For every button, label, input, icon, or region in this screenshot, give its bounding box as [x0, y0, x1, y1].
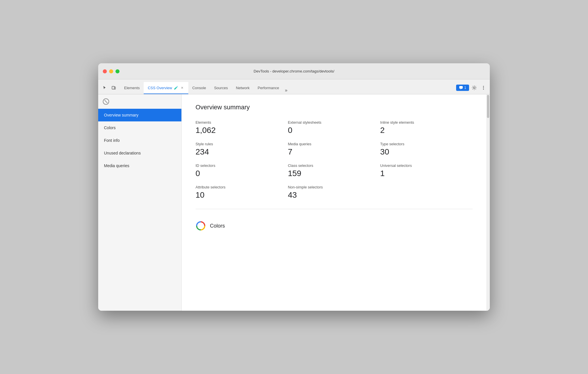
stat-type-selectors: Type selectors 30 [380, 142, 473, 157]
svg-point-4 [483, 86, 484, 87]
tab-sources[interactable]: Sources [210, 82, 232, 94]
stat-inline-style-elements: Inline style elements 2 [380, 120, 473, 135]
divider [196, 209, 473, 209]
tab-bar: Elements CSS Overview 🧪 ✕ Console Source… [98, 79, 490, 94]
tab-bar-right: 1 [456, 84, 488, 94]
stat-media-queries: Media queries 7 [288, 142, 380, 157]
stat-class-selectors: Class selectors 159 [288, 163, 380, 178]
svg-rect-0 [112, 86, 114, 89]
colors-section: Colors [196, 216, 473, 236]
svg-rect-2 [459, 86, 463, 89]
no-capture-icon [103, 98, 109, 105]
tab-css-overview-label: CSS Overview [148, 86, 172, 90]
more-options-icon[interactable] [479, 84, 488, 92]
sidebar-item-font-info-label: Font info [104, 138, 120, 143]
tab-network-label: Network [236, 86, 250, 90]
sidebar-header [98, 94, 181, 109]
minimize-button[interactable] [109, 69, 113, 73]
main-inner: Overview summary Elements 1,062 External… [182, 94, 490, 245]
stat-id-selectors-label: ID selectors [196, 163, 288, 168]
tab-close-icon[interactable]: ✕ [180, 86, 184, 90]
stat-style-rules: Style rules 234 [196, 142, 288, 157]
experiment-icon: 🧪 [174, 86, 178, 90]
stat-style-rules-label: Style rules [196, 142, 288, 146]
sidebar-item-overview-summary-label: Overview summary [104, 113, 139, 117]
stat-non-simple-selectors-value: 43 [288, 190, 380, 200]
stat-class-selectors-label: Class selectors [288, 163, 380, 168]
stat-media-queries-label: Media queries [288, 142, 380, 146]
stat-elements-value: 1,062 [196, 126, 288, 135]
sidebar-item-font-info[interactable]: Font info [98, 134, 181, 147]
stat-external-stylesheets-value: 0 [288, 126, 380, 135]
tab-console[interactable]: Console [188, 82, 210, 94]
tab-elements-label: Elements [124, 86, 140, 90]
stat-inline-style-elements-value: 2 [380, 126, 473, 135]
stat-media-queries-value: 7 [288, 147, 380, 157]
cursor-icon[interactable] [100, 84, 109, 92]
stat-external-stylesheets-label: External stylesheets [288, 120, 380, 125]
stat-class-selectors-value: 159 [288, 169, 380, 178]
stat-style-rules-value: 234 [196, 147, 288, 157]
main-content: Overview summary Elements 1,062 External… [182, 94, 490, 311]
stat-type-selectors-value: 30 [380, 147, 473, 157]
stat-universal-selectors-value: 1 [380, 169, 473, 178]
sidebar: Overview summary Colors Font info Unused… [98, 94, 182, 311]
stat-inline-style-elements-label: Inline style elements [380, 120, 473, 125]
chat-button[interactable]: 1 [456, 85, 469, 91]
stat-elements-label: Elements [196, 120, 288, 125]
svg-point-3 [473, 87, 475, 89]
stat-non-simple-selectors: Non-simple selectors 43 [288, 185, 380, 200]
tab-elements[interactable]: Elements [120, 82, 144, 94]
scrollbar-track[interactable] [486, 94, 490, 311]
svg-point-6 [483, 89, 484, 90]
devtools-window: DevTools - developer.chrome.com/tags/dev… [98, 63, 490, 311]
tab-performance[interactable]: Performance [254, 82, 283, 94]
tab-sources-label: Sources [214, 86, 228, 90]
stat-id-selectors-value: 0 [196, 169, 288, 178]
colors-ring-icon [196, 221, 206, 231]
sidebar-item-unused-declarations[interactable]: Unused declarations [98, 147, 181, 159]
stat-universal-selectors: Universal selectors 1 [380, 163, 473, 178]
more-tabs-button[interactable]: » [283, 87, 289, 94]
sidebar-item-media-queries-label: Media queries [104, 163, 129, 168]
tab-css-overview[interactable]: CSS Overview 🧪 ✕ [144, 82, 188, 94]
svg-point-5 [483, 87, 484, 88]
page-title: Overview summary [196, 104, 473, 111]
sidebar-nav: Overview summary Colors Font info Unused… [98, 109, 181, 311]
sidebar-item-unused-declarations-label: Unused declarations [104, 151, 141, 155]
colors-section-label: Colors [210, 223, 225, 229]
stat-non-simple-selectors-label: Non-simple selectors [288, 185, 380, 189]
window-title: DevTools - developer.chrome.com/tags/dev… [254, 69, 334, 73]
title-bar: DevTools - developer.chrome.com/tags/dev… [98, 63, 490, 79]
traffic-lights [103, 69, 120, 73]
tab-network[interactable]: Network [232, 82, 254, 94]
stat-elements: Elements 1,062 [196, 120, 288, 135]
sidebar-item-colors[interactable]: Colors [98, 121, 181, 134]
sidebar-item-colors-label: Colors [104, 125, 115, 130]
tab-performance-label: Performance [258, 86, 279, 90]
sidebar-item-overview-summary[interactable]: Overview summary [98, 109, 181, 121]
stat-id-selectors: ID selectors 0 [196, 163, 288, 178]
stat-universal-selectors-label: Universal selectors [380, 163, 473, 168]
fullscreen-button[interactable] [115, 69, 120, 73]
device-toggle-icon[interactable] [110, 84, 118, 92]
stat-placeholder [380, 185, 473, 200]
stat-external-stylesheets: External stylesheets 0 [288, 120, 380, 135]
scrollbar-thumb[interactable] [487, 95, 489, 118]
stat-attribute-selectors-value: 10 [196, 190, 288, 200]
tab-console-label: Console [192, 86, 206, 90]
tab-bar-controls [100, 84, 118, 94]
close-button[interactable] [103, 69, 107, 73]
stat-type-selectors-label: Type selectors [380, 142, 473, 146]
stats-grid: Elements 1,062 External stylesheets 0 In… [196, 120, 473, 200]
settings-icon[interactable] [470, 84, 478, 92]
sidebar-item-media-queries[interactable]: Media queries [98, 159, 181, 172]
svg-rect-1 [114, 87, 115, 89]
stat-attribute-selectors-label: Attribute selectors [196, 185, 288, 189]
chat-count: 1 [464, 86, 466, 90]
stat-attribute-selectors: Attribute selectors 10 [196, 185, 288, 200]
devtools-body: Overview summary Colors Font info Unused… [98, 94, 490, 311]
